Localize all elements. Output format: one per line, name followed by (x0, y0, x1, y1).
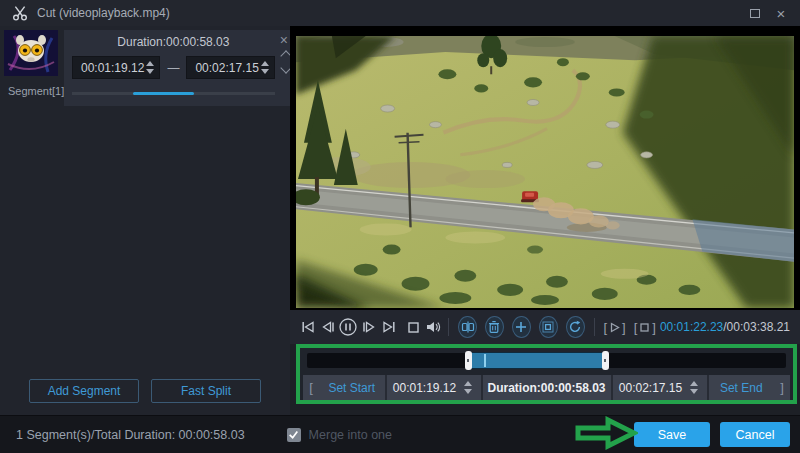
add-segment-icon-button[interactable] (512, 316, 531, 338)
timeline-selection-range[interactable] (470, 352, 604, 369)
split-button[interactable] (458, 316, 477, 338)
trim-end-spinner[interactable] (688, 381, 700, 394)
segments-status-text: 1 Segment(s)/Total Duration: 00:00:58.03 (16, 428, 245, 442)
trim-start-time-value: 00:01:19.12 (393, 381, 456, 395)
trim-duration-text: Duration:00:00:58.03 (483, 381, 611, 395)
segment-start-time-value: 00:01:19.12 (81, 61, 144, 75)
scissors-icon (12, 5, 28, 21)
segment-end-time-value: 00:02:17.15 (195, 61, 258, 75)
maximize-button[interactable] (742, 2, 768, 24)
bracket-glyph: [ (634, 320, 638, 335)
stop-button[interactable] (405, 316, 423, 338)
segment-mini-timeline (72, 92, 275, 95)
segment-start-time-field[interactable]: 00:01:19.12 (72, 56, 160, 79)
merge-checkbox[interactable] (287, 428, 301, 442)
segment-mini-timeline-range (133, 92, 194, 95)
segment-end-time-field[interactable]: 00:02:17.15 (186, 56, 274, 79)
trim-end-time-field[interactable]: 00:02:17.15 (613, 381, 707, 395)
window-close-button[interactable]: × (768, 2, 794, 24)
segment-thumbnail[interactable] (4, 30, 58, 76)
trim-end-handle[interactable] (602, 351, 609, 370)
add-segment-button[interactable]: Add Segment (29, 379, 139, 403)
pause-button[interactable] (338, 316, 358, 338)
cut-dialog-window: Cut (videoplayback.mp4) × (0, 0, 800, 453)
titlebar: Cut (videoplayback.mp4) × (0, 0, 800, 26)
stop-segment-button[interactable]: [ ] (634, 320, 656, 335)
play-segment-button[interactable]: [ ] (603, 320, 625, 335)
trim-start-time-field[interactable]: 00:01:19.12 (387, 381, 481, 395)
controls-divider (448, 318, 449, 336)
segment-panel: Segment[1] Duration:00:00:58.03 × 00:01:… (0, 26, 290, 415)
segment-label: Segment[1] (4, 85, 64, 97)
segment-end-spinner[interactable] (259, 61, 271, 74)
segment-duration-text: Duration:00:00:58.03 (72, 35, 275, 49)
segment-card: Duration:00:00:58.03 × 00:01:19.12 — (64, 30, 295, 106)
footer-bar: 1 Segment(s)/Total Duration: 00:00:58.03… (0, 415, 800, 453)
controls-divider (594, 318, 595, 336)
check-icon (288, 429, 299, 440)
playback-time-display: 00:01:22.23/00:03:38.21 (660, 320, 792, 334)
total-time: /00:03:38.21 (723, 320, 790, 334)
trim-start-spinner[interactable] (462, 381, 474, 394)
cancel-button[interactable]: Cancel (720, 422, 790, 447)
segment-close-icon[interactable]: × (277, 33, 291, 47)
skip-to-end-button[interactable] (380, 316, 398, 338)
trim-end-time-value: 00:02:17.15 (619, 381, 682, 395)
delete-segment-button[interactable] (485, 316, 504, 338)
playback-controls-bar: [ ] [ ] 00:01:22.23/00:03:38.21 (290, 310, 800, 344)
maximize-icon (750, 9, 760, 18)
set-end-button[interactable]: Set End (709, 381, 775, 395)
bracket-glyph: [ (603, 320, 607, 335)
bracket-glyph: ] (652, 320, 656, 335)
fast-split-button[interactable]: Fast Split (151, 379, 261, 403)
skip-to-start-button[interactable] (299, 316, 317, 338)
trim-start-handle[interactable] (465, 351, 472, 370)
timeline-playhead[interactable] (484, 354, 486, 367)
elapsed-time: 00:01:22.23 (660, 320, 723, 334)
merge-checkbox-label: Merge into one (309, 428, 392, 442)
crop-button[interactable] (539, 316, 558, 338)
save-button[interactable]: Save (634, 422, 710, 447)
volume-button[interactable] (425, 316, 443, 338)
start-bracket-glyph: [ (303, 380, 319, 395)
video-preview-area (290, 26, 800, 310)
time-range-separator: — (167, 61, 179, 75)
video-frame (296, 36, 794, 308)
trim-controls-section: [ Set Start 00:01:19.12 Duration:00:00:5… (296, 344, 797, 404)
set-start-button[interactable]: Set Start (319, 381, 385, 395)
trim-value-bar: [ Set Start 00:01:19.12 Duration:00:00:5… (303, 375, 790, 400)
trim-timeline[interactable] (307, 353, 786, 368)
window-title: Cut (videoplayback.mp4) (37, 6, 742, 20)
step-backward-button[interactable] (319, 316, 337, 338)
segment-start-spinner[interactable] (144, 61, 156, 74)
step-forward-button[interactable] (360, 316, 378, 338)
bracket-glyph: ] (622, 320, 626, 335)
reset-button[interactable] (566, 316, 585, 338)
end-bracket-glyph: ] (774, 380, 790, 395)
